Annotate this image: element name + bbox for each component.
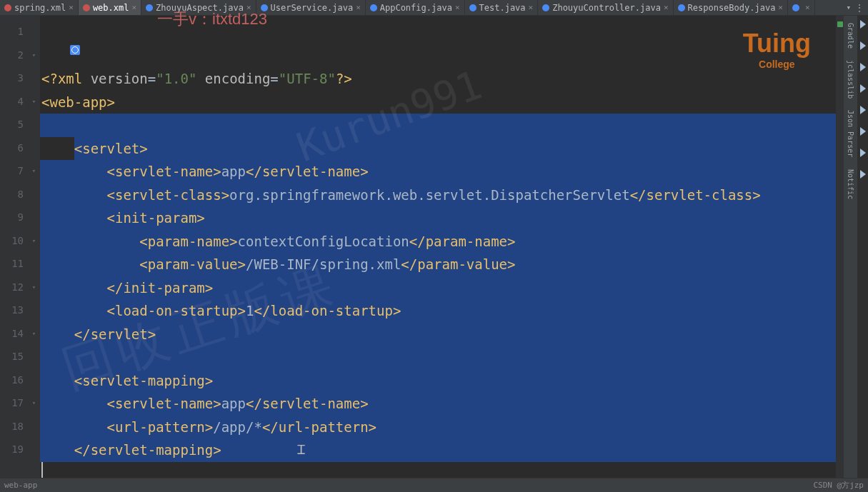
tool-window-notific[interactable]: Notific bbox=[847, 169, 854, 199]
fold-toggle-icon[interactable] bbox=[29, 345, 39, 368]
code-text: </servlet> bbox=[41, 326, 156, 342]
arrow-icon[interactable] bbox=[860, 127, 866, 136]
line-number[interactable]: 3 bbox=[0, 66, 28, 90]
fold-toggle-icon[interactable]: ▾ bbox=[29, 229, 39, 253]
line-number[interactable]: 2 bbox=[0, 44, 28, 67]
fold-toggle-icon[interactable] bbox=[29, 20, 39, 44]
code-editor[interactable]: <?xml version="1.0" encoding="UTF-8"?><w… bbox=[40, 16, 836, 478]
code-line[interactable]: <servlet-mapping> bbox=[40, 369, 836, 393]
line-number[interactable]: 8 bbox=[0, 183, 28, 206]
fold-toggle-icon[interactable] bbox=[29, 66, 39, 90]
chevron-down-icon[interactable]: ▾ bbox=[846, 3, 851, 13]
fold-toggle-icon[interactable]: ▾ bbox=[29, 90, 39, 114]
code-line[interactable]: </servlet-mapping>Ꮖ bbox=[40, 438, 836, 462]
code-line[interactable]: <load-on-startup>1</load-on-startup> bbox=[40, 299, 836, 323]
line-number[interactable]: 11 bbox=[0, 252, 28, 276]
line-number[interactable]: 18 bbox=[0, 415, 28, 438]
fold-toggle-icon[interactable]: ▾ bbox=[29, 391, 39, 415]
fold-toggle-icon[interactable] bbox=[29, 415, 39, 438]
arrow-icon[interactable] bbox=[860, 170, 866, 179]
code-line[interactable]: <init-param> bbox=[40, 206, 836, 230]
fold-toggle-icon[interactable] bbox=[29, 113, 39, 136]
line-number[interactable]: 16 bbox=[0, 368, 28, 392]
code-line[interactable] bbox=[40, 346, 836, 369]
arrow-icon[interactable] bbox=[860, 84, 866, 93]
fold-toggle-icon[interactable]: ▾ bbox=[29, 159, 39, 183]
line-number[interactable]: 5 bbox=[0, 113, 28, 136]
line-number[interactable]: 9 bbox=[0, 206, 28, 229]
tab-appconfig-java[interactable]: AppConfig.java× bbox=[366, 0, 465, 15]
tab-label: ZhouyuController.java bbox=[552, 3, 661, 13]
arrow-icon[interactable] bbox=[860, 106, 866, 114]
close-tab-icon[interactable]: × bbox=[356, 3, 361, 12]
tab-zhouyuaspect-java[interactable]: ZhouyuAspect.java× bbox=[141, 0, 256, 15]
tool-window-json-parser[interactable]: Json Parser bbox=[847, 110, 854, 157]
close-tab-icon[interactable]: × bbox=[131, 3, 136, 12]
code-line[interactable]: <param-name>contextConfigLocation</param… bbox=[40, 230, 836, 253]
inspection-ok-icon bbox=[837, 21, 843, 27]
code-line[interactable]: <servlet> bbox=[40, 137, 836, 161]
tool-window-jclasslib[interactable]: jclasslib bbox=[847, 60, 854, 99]
fold-toggle-icon[interactable] bbox=[29, 368, 39, 392]
code-line[interactable] bbox=[40, 114, 836, 137]
fold-toggle-icon[interactable]: ▾ bbox=[29, 44, 39, 67]
fold-toggle-icon[interactable] bbox=[29, 438, 39, 461]
code-line[interactable]: </servlet> bbox=[40, 323, 836, 346]
code-line[interactable]: <web-app> bbox=[40, 91, 836, 114]
line-number[interactable]: 10 bbox=[0, 229, 28, 253]
error-stripe[interactable] bbox=[836, 16, 843, 478]
tab-label: spring.xml bbox=[14, 3, 66, 13]
file-type-icon bbox=[678, 4, 685, 11]
line-number[interactable]: 6 bbox=[0, 136, 28, 160]
close-tab-icon[interactable]: × bbox=[69, 3, 74, 12]
fold-toggle-icon[interactable] bbox=[29, 136, 39, 160]
more-tabs-icon[interactable]: ⋮ bbox=[855, 3, 864, 13]
line-number[interactable]: 14 bbox=[0, 322, 28, 346]
tab-web-xml[interactable]: web.xml× bbox=[79, 0, 141, 15]
tab-zhouyucontroller-java[interactable]: ZhouyuController.java× bbox=[538, 0, 673, 15]
line-number[interactable]: 1 bbox=[0, 20, 28, 44]
code-line[interactable]: <servlet-name>app</servlet-name> bbox=[40, 160, 836, 184]
arrow-icon[interactable] bbox=[860, 149, 866, 157]
line-number[interactable]: 15 bbox=[0, 345, 28, 368]
fold-toggle-icon[interactable]: ▾ bbox=[29, 322, 39, 346]
file-type-icon bbox=[792, 4, 799, 11]
file-type-icon bbox=[83, 4, 90, 11]
breadcrumb[interactable]: web-app bbox=[4, 481, 37, 490]
close-tab-icon[interactable]: × bbox=[778, 3, 783, 12]
web-deploy-icon[interactable] bbox=[70, 45, 80, 55]
tool-window-gradle[interactable]: Gradle bbox=[847, 23, 854, 49]
code-line[interactable]: <param-value>/WEB-INF/spring.xml</param-… bbox=[40, 253, 836, 276]
fold-toggle-icon[interactable] bbox=[29, 252, 39, 276]
line-number[interactable]: 17 bbox=[0, 391, 28, 415]
line-number[interactable]: 12 bbox=[0, 276, 28, 299]
code-line[interactable]: <url-pattern>/app/*</url-pattern> bbox=[40, 416, 836, 439]
line-number[interactable]: 19 bbox=[0, 438, 28, 461]
fold-toggle-icon[interactable] bbox=[29, 206, 39, 229]
arrow-icon[interactable] bbox=[860, 20, 866, 29]
code-line[interactable]: <servlet-class>org.springframework.web.s… bbox=[40, 184, 836, 207]
line-number[interactable]: 7 bbox=[0, 159, 28, 183]
close-tab-icon[interactable]: × bbox=[805, 3, 810, 12]
line-number[interactable]: 4 bbox=[0, 90, 28, 114]
fold-toggle-icon[interactable]: ▾ bbox=[29, 276, 39, 299]
fold-toggle-icon[interactable] bbox=[29, 183, 39, 206]
csdn-watermark: CSDN @方jzp bbox=[813, 480, 864, 491]
close-tab-icon[interactable]: × bbox=[246, 3, 251, 12]
code-line[interactable]: <?xml version="1.0" encoding="UTF-8"?> bbox=[40, 67, 836, 91]
fold-toggle-icon[interactable] bbox=[29, 298, 39, 322]
code-line[interactable]: <servlet-name>app</servlet-name> bbox=[40, 392, 836, 416]
tab-test-java[interactable]: Test.java× bbox=[465, 0, 539, 15]
code-line[interactable]: </init-param> bbox=[40, 276, 836, 300]
close-tab-icon[interactable]: × bbox=[455, 3, 460, 12]
close-tab-icon[interactable]: × bbox=[664, 3, 669, 12]
close-tab-icon[interactable]: × bbox=[529, 3, 534, 12]
arrow-icon[interactable] bbox=[860, 63, 866, 71]
code-line[interactable] bbox=[40, 462, 836, 478]
tab-idx8[interactable]: × bbox=[788, 0, 815, 15]
tab-spring-xml[interactable]: spring.xml× bbox=[0, 0, 79, 15]
tab-responsebody-java[interactable]: ResponseBody.java× bbox=[674, 0, 788, 15]
arrow-icon[interactable] bbox=[860, 41, 866, 50]
line-number[interactable]: 13 bbox=[0, 298, 28, 322]
tab-userservice-java[interactable]: UserService.java× bbox=[256, 0, 366, 15]
